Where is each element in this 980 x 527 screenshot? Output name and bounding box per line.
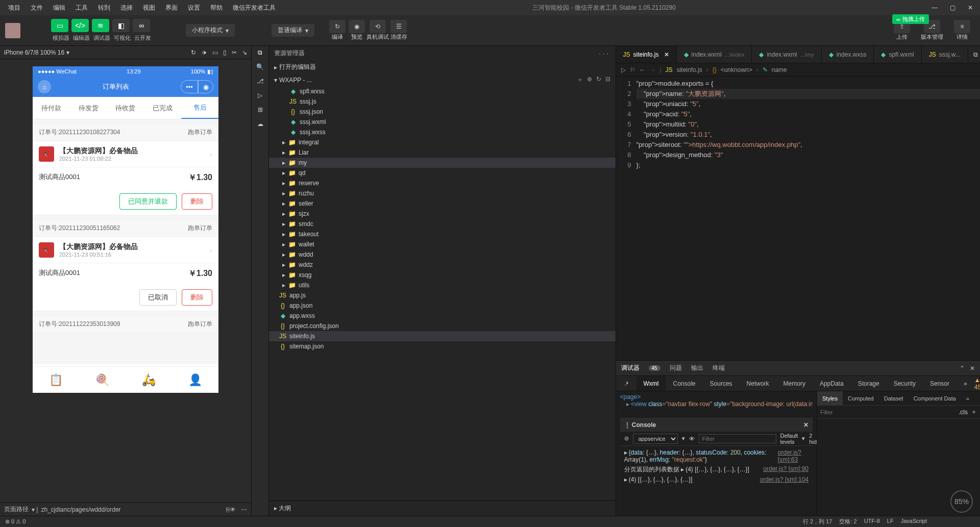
menu-设置[interactable]: 设置 — [184, 2, 204, 14]
details-button[interactable]: ≡ — [954, 20, 970, 33]
wxml-line[interactable]: ▸ <view class="navbar flex-row" style="b… — [620, 400, 813, 408]
folder-item[interactable]: ▸ 📁 reserve — [269, 178, 616, 188]
close-capsule-icon[interactable]: ◉ — [198, 80, 213, 93]
tab-memory[interactable]: Memory — [776, 376, 813, 391]
close-tab-icon[interactable]: ✕ — [664, 51, 669, 58]
tab-network[interactable]: Network — [740, 376, 776, 391]
indent-label[interactable]: 空格: 2 — [839, 518, 856, 525]
problems-tab[interactable]: 问题 — [670, 364, 682, 372]
tab-pending-pay[interactable]: 待付款 — [33, 97, 70, 119]
new-folder-icon[interactable]: ⊕ — [587, 76, 592, 84]
compile-button[interactable]: ↻ — [329, 20, 346, 33]
home-icon[interactable]: ⌂ — [38, 80, 51, 93]
debug-icon[interactable]: ▷ — [258, 92, 262, 99]
ext-icon[interactable]: ⊞ — [258, 106, 263, 113]
menu-界面[interactable]: 界面 — [161, 2, 182, 14]
more-tabs-icon[interactable]: ⧉ — [973, 51, 978, 58]
cloud-icon[interactable]: ☁ — [257, 120, 263, 128]
tab-sensor[interactable]: Sensor — [923, 376, 957, 391]
file-item[interactable]: ◆ app.wxss — [269, 311, 616, 321]
tab-console[interactable]: Console — [666, 376, 703, 391]
menu-选择[interactable]: 选择 — [116, 2, 137, 14]
tab-wxml[interactable]: Wxml — [636, 376, 666, 391]
folder-item[interactable]: ▸ 📁 utils — [269, 280, 616, 290]
cut-icon[interactable]: ✂ — [232, 49, 237, 56]
page-path-input[interactable] — [41, 506, 226, 513]
maximize-icon[interactable]: ▢ — [947, 4, 959, 11]
file-item[interactable]: {} project.config.json — [269, 321, 616, 331]
folder-item[interactable]: ▸ 📁 integral — [269, 137, 616, 147]
folder-item[interactable]: ▸ 📁 smdc — [269, 219, 616, 229]
file-item[interactable]: {} sssj.json — [269, 107, 616, 117]
close-icon[interactable]: ✕ — [965, 4, 976, 11]
tab-sources[interactable]: Sources — [703, 376, 740, 391]
eol-label[interactable]: LF — [887, 518, 894, 525]
preview-button[interactable]: ◉ — [349, 20, 365, 33]
editor-tab[interactable]: ◆index.wxml...\my — [752, 46, 821, 63]
tabbar-user-icon[interactable]: 👤 — [172, 367, 218, 393]
tab-aftersale[interactable]: 售后 — [181, 97, 218, 119]
compile-dropdown[interactable]: 普通编译▾ — [272, 24, 314, 37]
folder-item[interactable]: ▸ 📁 Liar — [269, 147, 616, 158]
code-editor[interactable]: 123456789 "prop">module.exports = { "pro… — [616, 77, 981, 360]
file-item[interactable]: JS sssj.js — [269, 96, 616, 107]
problems-count[interactable]: ⊗ 0 ⚠ 0 — [5, 518, 26, 525]
simulator-button[interactable]: ▭ — [51, 19, 68, 32]
avatar[interactable] — [5, 23, 20, 38]
file-item[interactable]: ◆ sssj.wxss — [269, 127, 616, 137]
lang-label[interactable]: JavaScript — [901, 518, 927, 525]
close-icon[interactable]: ✕ — [803, 421, 808, 429]
project-section[interactable]: ▾ WXAPP - ... ＋ ⊕ ↻ ⊟ — [269, 73, 616, 86]
console-row[interactable]: ▸ (4) [{…}, {…}, {…}, {…}]order.js? [sm]… — [624, 475, 809, 484]
folder-item[interactable]: ▸ 📁 ruzhu — [269, 188, 616, 198]
editor-button[interactable]: </> — [71, 19, 89, 32]
copy-path-icon[interactable]: ⎘ — [226, 506, 230, 513]
clear-cache-button[interactable]: ☰ — [390, 20, 407, 33]
console-row[interactable]: ▸ {data: {…}, header: {…}, statusCode: 2… — [624, 448, 809, 464]
tab-done[interactable]: 已完成 — [144, 97, 181, 119]
tab-storage[interactable]: Storage — [851, 376, 887, 391]
tabbar-list-icon[interactable]: 📋 — [33, 367, 79, 393]
order-action-button[interactable]: 删除 — [182, 193, 212, 210]
editor-tab[interactable]: ◆index.wxml...\index — [677, 46, 752, 63]
chevron-up-icon[interactable]: ⌃ — [960, 365, 965, 372]
mode-dropdown[interactable]: 小程序模式▾ — [186, 24, 235, 37]
cls-toggle[interactable]: .cls — [959, 409, 968, 416]
editor-tab[interactable]: JSsiteinfo.js✕ — [616, 46, 677, 63]
menu-项目[interactable]: 项目 — [4, 2, 24, 14]
console-row[interactable]: 分页返回的列表数据 ▸ (4) [{…}, {…}, {…}, {…}]orde… — [624, 464, 809, 475]
minimize-icon[interactable]: ― — [928, 4, 941, 11]
folder-item[interactable]: ▸ 📁 wddd — [269, 249, 616, 260]
visual-button[interactable]: ◧ — [112, 19, 130, 32]
file-item[interactable]: JS siteinfo.js — [269, 331, 616, 341]
upload-badge[interactable]: ∞拖拽上传 — [892, 14, 929, 24]
rotate-icon[interactable]: ▭ — [212, 49, 218, 56]
tab-dataset[interactable]: Dataset — [879, 391, 909, 405]
run-icon[interactable]: ▷ — [621, 66, 626, 73]
open-editors-section[interactable]: ▸ 打开的编辑器 — [269, 61, 616, 73]
tab-security[interactable]: Security — [887, 376, 923, 391]
tab-pending-ship[interactable]: 待发货 — [70, 97, 107, 119]
menu-视图[interactable]: 视图 — [139, 2, 159, 14]
menu-帮助[interactable]: 帮助 — [206, 2, 227, 14]
search-icon[interactable]: 🔍 — [256, 63, 264, 70]
audio-icon[interactable]: 🕩 — [201, 49, 207, 56]
bookmark-icon[interactable]: ⚐ — [630, 66, 635, 73]
remote-debug-button[interactable]: ⟲ — [370, 20, 386, 33]
refresh-icon[interactable]: ↻ — [191, 49, 196, 56]
tabbar-candy-icon[interactable]: 🍭 — [79, 367, 126, 393]
folder-item[interactable]: ▸ 📁 xsqg — [269, 270, 616, 280]
editor-tab[interactable]: JSsssj.w... — [922, 46, 968, 63]
new-file-icon[interactable]: ＋ — [577, 76, 583, 84]
breadcrumb-prop[interactable]: name — [772, 66, 787, 73]
folder-item[interactable]: ▸ 📁 sjzx — [269, 209, 616, 219]
console-toggle-icon[interactable]: ⋮ — [624, 421, 630, 429]
folder-item[interactable]: ▸ 📁 wallet — [269, 239, 616, 249]
wxml-line[interactable]: <page> — [620, 393, 813, 400]
menu-转到[interactable]: 转到 — [94, 2, 114, 14]
order-action-button[interactable]: 已同意并退款 — [119, 193, 177, 210]
debugger-tab[interactable]: 调试器 — [621, 364, 640, 372]
more-tabs-icon[interactable]: » — [957, 376, 974, 391]
menu-微信开发者工具[interactable]: 微信开发者工具 — [229, 2, 280, 14]
breadcrumb-file[interactable]: siteinfo.js — [677, 66, 702, 73]
